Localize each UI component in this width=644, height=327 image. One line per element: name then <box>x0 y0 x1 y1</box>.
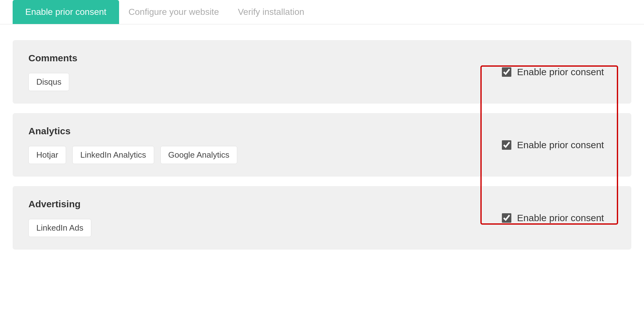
comments-consent: Enable prior consent <box>483 67 616 77</box>
comments-tags: Disqus <box>28 73 483 91</box>
advertising-consent-checkbox[interactable] <box>502 213 511 223</box>
sections-wrapper: Comments Disqus Enable prior consent Ana… <box>13 40 631 250</box>
analytics-consent: Enable prior consent <box>483 140 616 150</box>
tag-hotjar: Hotjar <box>28 146 66 164</box>
comments-title: Comments <box>28 53 483 64</box>
analytics-title: Analytics <box>28 126 483 136</box>
tab-configure-your-website[interactable]: Configure your website <box>119 0 228 24</box>
advertising-consent: Enable prior consent <box>483 213 616 223</box>
section-left-advertising: Advertising LinkedIn Ads <box>28 199 483 237</box>
section-left-comments: Comments Disqus <box>28 53 483 91</box>
tag-google-analytics: Google Analytics <box>160 146 238 164</box>
section-left-analytics: Analytics Hotjar LinkedIn Analytics Goog… <box>28 126 483 164</box>
comments-consent-checkbox[interactable] <box>502 67 511 77</box>
analytics-consent-label: Enable prior consent <box>517 140 604 150</box>
section-advertising: Advertising LinkedIn Ads Enable prior co… <box>13 186 631 250</box>
top-nav: Enable prior consent Configure your webs… <box>0 0 644 24</box>
section-analytics: Analytics Hotjar LinkedIn Analytics Goog… <box>13 113 631 177</box>
advertising-consent-label: Enable prior consent <box>517 213 604 223</box>
tag-disqus: Disqus <box>28 73 69 91</box>
section-comments: Comments Disqus Enable prior consent <box>13 40 631 104</box>
analytics-tags: Hotjar LinkedIn Analytics Google Analyti… <box>28 146 483 164</box>
tag-linkedin-analytics: LinkedIn Analytics <box>72 146 154 164</box>
main-content: Comments Disqus Enable prior consent Ana… <box>0 24 644 275</box>
advertising-tags: LinkedIn Ads <box>28 219 483 237</box>
tab-verify-installation[interactable]: Verify installation <box>228 0 314 24</box>
tag-linkedin-ads: LinkedIn Ads <box>28 219 91 237</box>
analytics-consent-checkbox[interactable] <box>502 140 511 150</box>
tab-enable-prior-consent[interactable]: Enable prior consent <box>13 0 119 24</box>
comments-consent-label: Enable prior consent <box>517 67 604 77</box>
advertising-title: Advertising <box>28 199 483 209</box>
